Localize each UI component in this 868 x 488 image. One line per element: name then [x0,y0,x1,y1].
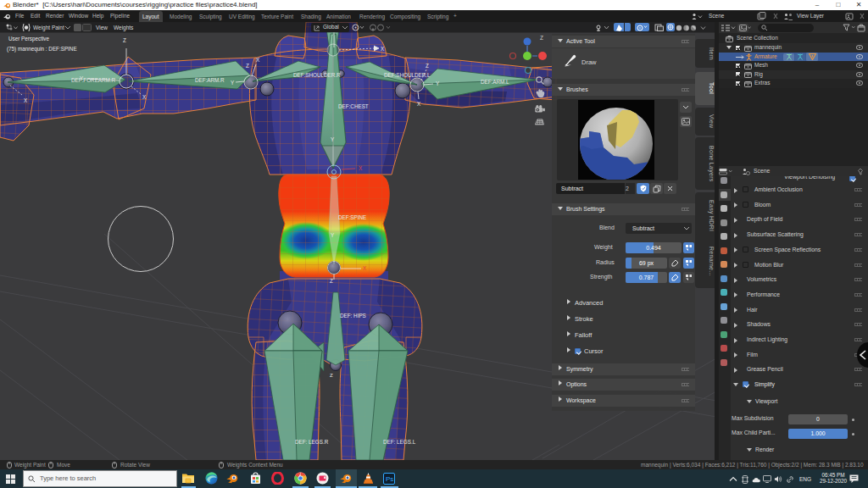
svg-text:DEF:FOREARM.R: DEF:FOREARM.R [71,77,116,83]
svg-text:Z: Z [540,35,543,41]
svg-text:Z: Z [330,373,333,378]
svg-text:DEF:ARM.L: DEF:ARM.L [481,79,509,85]
svg-text:User Perspective: User Perspective [8,36,49,42]
svg-text:DEF:SHOULDER.L: DEF:SHOULDER.L [384,72,431,78]
svg-text:Z: Z [123,37,126,43]
svg-text:DEF:SPINE: DEF:SPINE [338,214,366,220]
svg-text:DEF:CHEST: DEF:CHEST [338,103,369,109]
svg-text:Z: Z [246,63,249,69]
svg-text:Z: Z [426,63,429,69]
svg-text:DEF:ARM.R: DEF:ARM.R [195,77,225,83]
svg-text:DEF:SHOULDER.R: DEF:SHOULDER.R [293,72,341,78]
svg-text:DEF: HIPS: DEF: HIPS [340,313,366,319]
svg-text:DEF: LEGS.L: DEF: LEGS.L [383,439,416,445]
svg-text:Ps: Ps [386,475,393,483]
svg-text:Z: Z [330,278,333,284]
svg-text:(75) mannequin : DEF:SPINE: (75) mannequin : DEF:SPINE [7,46,77,53]
svg-text:DEF: LEGS.R: DEF: LEGS.R [295,439,329,445]
